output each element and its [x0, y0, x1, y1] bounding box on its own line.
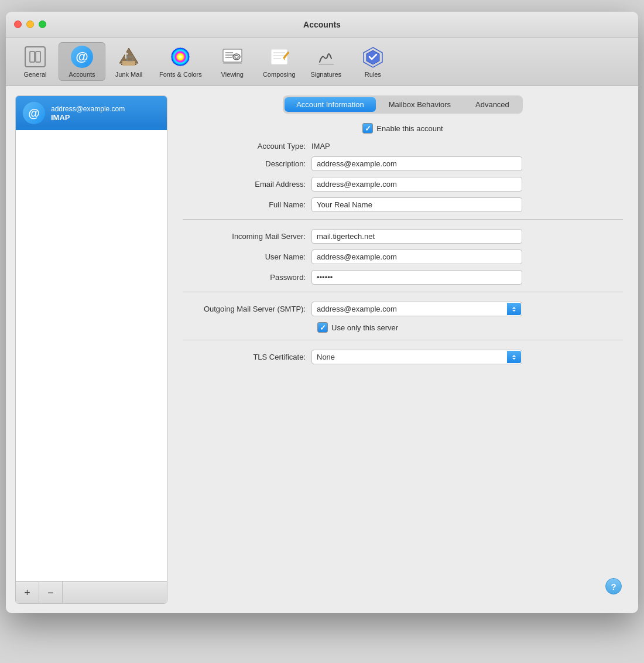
toolbar-item-rules[interactable]: Rules	[350, 43, 396, 80]
help-button[interactable]: ?	[605, 578, 622, 594]
username-input[interactable]	[311, 250, 522, 264]
viewing-label: Viewing	[221, 71, 244, 78]
svg-rect-0	[30, 52, 35, 62]
fonts-colors-label: Fonts & Colors	[159, 71, 202, 78]
password-input[interactable]	[311, 270, 522, 285]
email-address-row: Email Address:	[183, 177, 623, 192]
general-label: General	[23, 71, 46, 78]
general-icon	[23, 45, 47, 69]
rules-label: Rules	[365, 71, 381, 78]
tabs: Account Information Mailbox Behaviors Ad…	[283, 95, 523, 114]
toolbar-item-fonts-colors[interactable]: Fonts & Colors	[152, 43, 209, 80]
svg-rect-4	[122, 61, 135, 66]
full-name-label: Full Name:	[183, 200, 311, 209]
toolbar-item-general[interactable]: General	[12, 43, 59, 80]
right-panel: Account Information Mailbox Behaviors Ad…	[177, 95, 629, 604]
account-type-value: IMAP	[311, 142, 330, 151]
tab-advanced[interactable]: Advanced	[464, 97, 521, 112]
remove-account-button[interactable]: −	[39, 582, 63, 604]
account-type-label: Account Type:	[183, 142, 311, 151]
window-controls	[14, 20, 46, 28]
incoming-server-label: Incoming Mail Server:	[183, 232, 311, 241]
rules-icon	[361, 45, 385, 69]
account-type-row: Account Type: IMAP	[183, 142, 623, 151]
smtp-select[interactable]: address@example.com	[311, 302, 522, 316]
junk-mail-label: Junk Mail	[115, 71, 142, 78]
account-avatar: @	[23, 102, 45, 124]
sidebar-account-item[interactable]: @ address@example.com IMAP	[16, 96, 167, 130]
incoming-server-row: Incoming Mail Server:	[183, 229, 623, 244]
sidebar: @ address@example.com IMAP + −	[15, 95, 167, 604]
junk-mail-icon	[117, 45, 141, 69]
description-label: Description:	[183, 159, 311, 168]
titlebar: Accounts	[6, 12, 638, 37]
maximize-button[interactable]	[39, 20, 46, 28]
full-name-input[interactable]	[311, 197, 522, 212]
enable-account-checkbox-wrapper[interactable]: Enable this account	[362, 123, 443, 134]
toolbar-item-composing[interactable]: Composing	[256, 43, 303, 80]
svg-point-9	[171, 47, 190, 66]
enable-account-row: Enable this account	[183, 123, 623, 134]
use-only-server-checkbox[interactable]	[317, 322, 328, 333]
toolbar-item-signatures[interactable]: Signatures	[303, 43, 350, 80]
composing-label: Composing	[263, 71, 296, 78]
divider-3	[183, 340, 623, 340]
enable-account-label: Enable this account	[376, 124, 443, 133]
enable-account-checkbox[interactable]	[362, 123, 373, 134]
accounts-icon-shape: @	[71, 46, 93, 68]
toolbar-item-junk-mail[interactable]: Junk Mail	[105, 43, 152, 80]
description-input[interactable]	[311, 156, 522, 171]
toolbar-item-accounts[interactable]: @ Accounts	[59, 42, 105, 81]
composing-icon	[268, 45, 291, 69]
fonts-colors-icon	[169, 45, 192, 69]
svg-rect-10	[223, 49, 242, 62]
password-label: Password:	[183, 273, 311, 282]
tab-account-information[interactable]: Account Information	[285, 97, 376, 112]
svg-rect-1	[36, 52, 40, 62]
accounts-icon: @	[70, 45, 94, 69]
window-title: Accounts	[303, 20, 341, 29]
description-row: Description:	[183, 156, 623, 171]
incoming-server-input[interactable]	[311, 229, 522, 244]
smtp-label: Outgoing Mail Server (SMTP):	[183, 305, 311, 313]
main-window: Accounts General @ Ac	[6, 12, 638, 613]
smtp-row: Outgoing Mail Server (SMTP): address@exa…	[183, 302, 623, 316]
signatures-label: Signatures	[310, 71, 341, 78]
email-address-input[interactable]	[311, 177, 522, 192]
divider-1	[183, 219, 623, 220]
viewing-icon	[221, 45, 244, 69]
account-info: address@example.com IMAP	[51, 105, 125, 122]
main-content: @ address@example.com IMAP + − Account I…	[6, 86, 638, 613]
use-only-server-wrapper[interactable]: Use only this server	[317, 322, 398, 333]
username-row: User Name:	[183, 250, 623, 264]
accounts-label: Accounts	[68, 71, 95, 78]
tls-select[interactable]: None	[311, 350, 522, 364]
use-only-server-label: Use only this server	[331, 323, 398, 332]
divider-2	[183, 292, 623, 292]
form-section: Enable this account Account Type: IMAP D…	[177, 123, 629, 370]
password-row: Password:	[183, 270, 623, 285]
use-only-server-row: Use only this server	[317, 322, 623, 333]
add-account-button[interactable]: +	[16, 582, 39, 604]
full-name-row: Full Name:	[183, 197, 623, 212]
tab-mailbox-behaviors[interactable]: Mailbox Behaviors	[377, 97, 463, 112]
sidebar-toolbar: + −	[16, 581, 167, 603]
sidebar-empty-area	[16, 130, 167, 581]
signatures-icon	[314, 45, 338, 69]
account-type: IMAP	[51, 113, 125, 122]
tls-label: TLS Certificate:	[183, 353, 311, 361]
general-icon-shape	[25, 46, 46, 67]
username-label: User Name:	[183, 252, 311, 261]
close-button[interactable]	[14, 20, 22, 28]
account-email: address@example.com	[51, 105, 125, 113]
smtp-select-wrapper: address@example.com	[311, 302, 522, 316]
tls-select-wrapper: None	[311, 350, 522, 364]
toolbar-item-viewing[interactable]: Viewing	[209, 43, 256, 80]
toolbar: General @ Accounts	[6, 37, 638, 86]
tls-row: TLS Certificate: None	[183, 350, 623, 364]
email-address-label: Email Address:	[183, 180, 311, 189]
minimize-button[interactable]	[26, 20, 34, 28]
